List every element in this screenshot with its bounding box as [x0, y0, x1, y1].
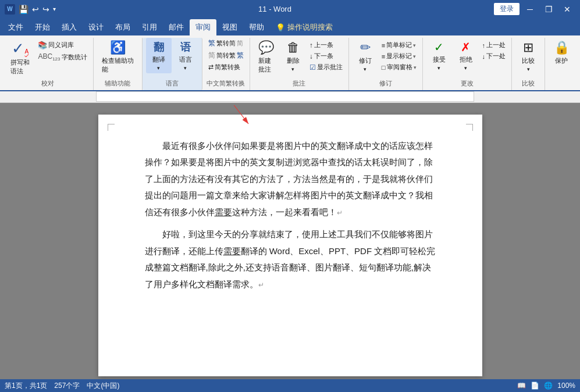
reject-arrow[interactable]: ▾ — [464, 65, 467, 71]
language-dropdown-arrow[interactable]: ▾ — [184, 65, 187, 71]
tab-home[interactable]: 开始 — [29, 19, 56, 35]
show-comments-label: 显示批注 — [317, 63, 343, 72]
translate-icon: 翻 — [154, 40, 164, 54]
tab-insert[interactable]: 插入 — [56, 19, 83, 35]
trad-to-simp-label: 繁转简 — [216, 39, 236, 48]
accept-button[interactable]: ✓ 接受 ▾ — [426, 38, 452, 73]
login-button[interactable]: 登录 — [494, 3, 519, 15]
convert-icon: ⇄ — [208, 63, 214, 71]
check-accessibility-label: 检查辅助功能 — [102, 56, 134, 74]
track-changes-label: 修订 — [359, 56, 372, 65]
trad-to-simp-button[interactable]: 繁 繁转简 简 — [206, 38, 245, 49]
minimize-button[interactable]: ─ — [522, 1, 538, 17]
language-label: 语言 — [179, 55, 192, 64]
accept-icon: ✓ — [434, 40, 444, 54]
simple-markup-button[interactable]: ≡ 简单标记 ▾ — [379, 40, 419, 50]
prev-change-button[interactable]: ↑ 上一处 — [480, 40, 508, 50]
delete-dropdown-arrow[interactable]: ▾ — [291, 66, 294, 72]
new-comment-button[interactable]: 💬 新建批注 — [254, 38, 279, 76]
next-comment-button[interactable]: ↓ 下一条 — [307, 51, 345, 61]
save-icon[interactable]: 💾 — [19, 5, 29, 14]
tab-review[interactable]: 审阅 — [190, 19, 216, 35]
next-change-icon: ↓ — [482, 53, 486, 60]
track-dropdown-arrow[interactable]: ▾ — [364, 66, 366, 72]
paragraph-2: 好啦，到这里今天的分享就结束了，使用上述工具我们不仅能够将图片进行翻译，还能上传… — [145, 226, 436, 293]
underline-span-2: 需要 — [223, 246, 241, 256]
next-comment-icon: ↓ — [309, 52, 313, 60]
close-button[interactable]: ✕ — [559, 1, 575, 17]
trad-to-simp-icon: 繁 — [208, 38, 215, 48]
prev-comment-button[interactable]: ↑ 上一条 — [307, 40, 345, 50]
translate-button[interactable]: 翻 翻译 ▾ — [146, 38, 172, 73]
web-view-icon[interactable]: 🌐 — [544, 382, 553, 390]
tab-design[interactable]: 设计 — [83, 19, 109, 35]
check-accessibility-button[interactable]: ♿ 检查辅助功能 — [97, 38, 138, 76]
show-markup-button[interactable]: ≡ 显示标记 ▾ — [379, 51, 419, 61]
reject-button[interactable]: ✗ 拒绝 ▾ — [453, 38, 479, 73]
group-compare-buttons: ⊞ 比较 ▾ — [515, 38, 541, 78]
paragraph-1: 最近有很多小伙伴问如果要是将图片中的英文翻译成中文的话应该怎样操作？如果要是将图… — [145, 138, 436, 221]
word-count-button[interactable]: ABC123 字数统计 — [35, 52, 89, 62]
group-protect: 🔒 保护 — [545, 38, 578, 90]
word-count-icon: ABC123 — [38, 52, 60, 62]
group-changes-label: 更改 — [461, 78, 474, 88]
prev-comment-label: 上一条 — [314, 41, 333, 49]
translate-label: 翻译 — [152, 55, 165, 64]
accept-arrow[interactable]: ▾ — [437, 65, 440, 71]
group-simp-trad-label: 中文简繁转换 — [207, 78, 245, 88]
ribbon: ✓A 拼写和语法 📚 同义词库 ABC123 字数统计 校对 — [0, 35, 580, 91]
group-language-label: 语言 — [166, 78, 179, 88]
tab-file[interactable]: 文件 — [2, 19, 29, 35]
tab-view[interactable]: 视图 — [216, 19, 243, 35]
zoom-level: 100% — [557, 382, 575, 390]
language-button[interactable]: 语 语言 ▾ — [173, 38, 198, 73]
tab-search[interactable]: 💡 操作说明搜索 — [270, 19, 339, 35]
paragraph-2-end-mark: ↵ — [258, 281, 264, 289]
page-corner-tr — [466, 124, 473, 131]
prev-change-label: 上一处 — [486, 41, 506, 49]
search-bulb-icon: 💡 — [276, 23, 285, 32]
tab-layout[interactable]: 布局 — [109, 19, 136, 35]
translate-dropdown-arrow[interactable]: ▾ — [157, 65, 160, 71]
view-controls: 📖 📄 🌐 100% — [517, 382, 575, 390]
ribbon-tabs: 文件 开始 插入 设计 布局 引用 邮件 审阅 视图 帮助 💡 操作说明搜索 — [0, 18, 580, 35]
review-pane-button[interactable]: □ 审阅窗格 ▾ — [379, 62, 419, 72]
group-accessibility: ♿ 检查辅助功能 辅助功能 — [94, 38, 143, 90]
thesaurus-button[interactable]: 📚 同义词库 — [35, 40, 89, 50]
comment-nav-col: ↑ 上一条 ↓ 下一条 ☑ 显示批注 — [307, 40, 345, 72]
restore-button[interactable]: ❐ — [540, 1, 557, 17]
read-view-icon[interactable]: 📖 — [517, 382, 526, 390]
simp-trad-icon: 繁 — [237, 51, 244, 60]
protect-button[interactable]: 🔒 保护 — [549, 38, 574, 67]
undo-icon[interactable]: ↩ — [32, 5, 39, 14]
compare-arrow[interactable]: ▾ — [527, 66, 530, 72]
next-change-button[interactable]: ↓ 下一处 — [480, 51, 508, 61]
show-comments-button[interactable]: ☑ 显示批注 — [307, 62, 345, 72]
compare-button[interactable]: ⊞ 比较 ▾ — [515, 38, 541, 74]
group-changes: ✓ 接受 ▾ ✗ 拒绝 ▾ ↑ 上一处 ↓ 下一处 — [423, 38, 513, 90]
group-simp-trad: 繁 繁转简 简 简 简转繁 繁 ⇄ 简繁转换 中文简繁转换 — [202, 38, 250, 90]
simple-markup-arrow[interactable]: ▾ — [413, 42, 416, 48]
group-comments-buttons: 💬 新建批注 🗑 删除 ▾ ↑ 上一条 ↓ 下一条 — [254, 38, 345, 78]
accessibility-icon: ♿ — [110, 40, 126, 55]
tab-help[interactable]: 帮助 — [243, 19, 270, 35]
simp-to-trad-button[interactable]: 简 简转繁 繁 — [206, 50, 246, 61]
review-pane-arrow[interactable]: ▾ — [414, 65, 417, 70]
thesaurus-icon: 📚 — [38, 41, 47, 49]
simp-trad-convert-button[interactable]: ⇄ 简繁转换 — [206, 62, 243, 72]
word-count-status: 257个字 — [54, 381, 80, 391]
tab-mail[interactable]: 邮件 — [163, 19, 190, 35]
delete-comment-button[interactable]: 🗑 删除 ▾ — [280, 38, 306, 74]
spell-grammar-button[interactable]: ✓A 拼写和语法 — [6, 38, 34, 78]
page-info: 第1页，共1页 — [5, 381, 47, 391]
accept-label: 接受 — [433, 55, 446, 64]
group-accessibility-label: 辅助功能 — [105, 78, 130, 88]
redo-icon[interactable]: ↪ — [42, 5, 49, 14]
new-comment-label: 新建批注 — [258, 56, 275, 74]
title-bar-left: W 💾 ↩ ↪ ▾ — [5, 4, 56, 15]
page-view-icon[interactable]: 📄 — [531, 382, 539, 390]
show-markup-arrow[interactable]: ▾ — [413, 54, 416, 59]
markup-col: ≡ 简单标记 ▾ ≡ 显示标记 ▾ □ 审阅窗格 ▾ — [379, 40, 419, 72]
track-changes-button[interactable]: ✏ 修订 ▾ — [353, 38, 378, 74]
tab-references[interactable]: 引用 — [136, 19, 163, 35]
